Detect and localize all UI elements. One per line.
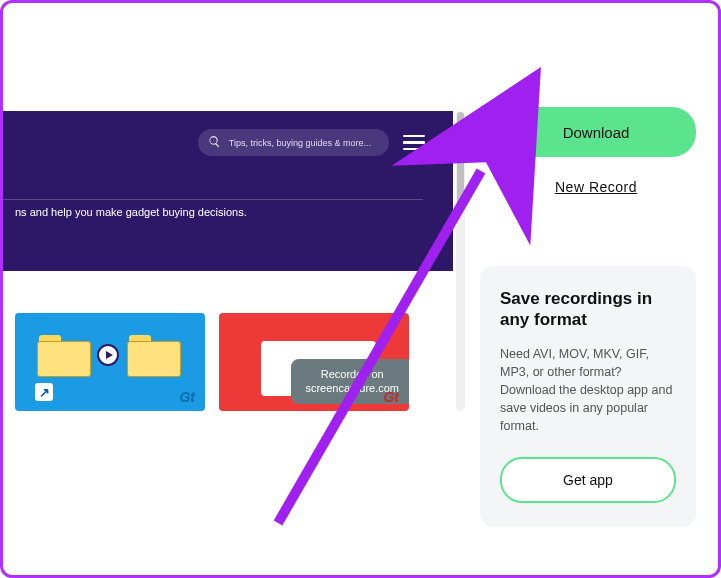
brand-badge: Gt xyxy=(383,389,399,405)
article-thumbnail[interactable]: Recorded on screencapture.com Gt xyxy=(219,313,409,411)
shortcut-icon: ↗ xyxy=(35,383,53,401)
folder-icon xyxy=(37,335,89,375)
menu-icon[interactable] xyxy=(403,135,425,151)
site-tagline: ns and help you make gadget buying decis… xyxy=(3,206,453,218)
folders-illustration xyxy=(37,335,179,375)
promo-title: Save recordings in any format xyxy=(500,288,676,331)
scrollbar[interactable] xyxy=(456,111,465,411)
search-placeholder: Tips, tricks, buying guides & more... xyxy=(229,138,371,148)
divider xyxy=(3,199,423,200)
top-bar: Tips, tricks, buying guides & more... xyxy=(3,111,453,156)
promo-description: Need AVI, MOV, MKV, GIF, MP3, or other f… xyxy=(500,345,676,436)
site-header: Tips, tricks, buying guides & more... ns… xyxy=(3,111,453,271)
new-record-link[interactable]: New Record xyxy=(555,179,637,195)
download-button[interactable]: Download xyxy=(496,107,696,157)
folder-icon xyxy=(127,335,179,375)
arrow-right-icon xyxy=(97,344,119,366)
actions-pane: Download New Record xyxy=(496,107,696,195)
thumbnail-row: ↗ Gt Recorded on screencapture.com Gt xyxy=(15,313,409,411)
watermark-line: Recorded on xyxy=(321,368,384,380)
article-thumbnail[interactable]: ↗ Gt xyxy=(15,313,205,411)
brand-badge: Gt xyxy=(179,389,195,405)
search-icon xyxy=(208,135,221,150)
get-app-button[interactable]: Get app xyxy=(500,457,676,503)
search-input[interactable]: Tips, tricks, buying guides & more... xyxy=(198,129,389,156)
promo-card: Save recordings in any format Need AVI, … xyxy=(480,266,696,527)
